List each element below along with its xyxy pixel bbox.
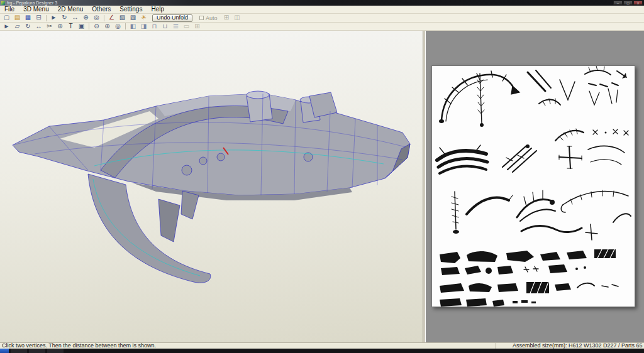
print-icon[interactable]: ⊟ (33, 14, 44, 22)
menu-item-settings[interactable]: Settings (115, 6, 147, 13)
toolbar-2d: ►▱↻↔✂⊕T▣⊖⊕◎◧◨⊓⊔☰▭⊞ (0, 23, 644, 31)
close-button[interactable]: ✕ (633, 1, 643, 5)
save-icon[interactable]: ▦ (23, 14, 33, 22)
window-title: frg - Pepakura Designer 3 (7, 0, 57, 6)
join-icon[interactable]: ⊕ (55, 23, 65, 31)
move-piece-icon[interactable]: ↔ (33, 23, 44, 31)
align-top-icon[interactable]: ⊓ (149, 23, 160, 31)
menu-item-others[interactable]: Others (87, 6, 115, 13)
fit-page-icon[interactable]: ◎ (113, 23, 123, 31)
zoom-out-2d-icon[interactable]: ⊖ (91, 23, 102, 31)
os-taskbar-edge (0, 349, 644, 353)
menu-item-3d-menu[interactable]: 3D Menu (19, 6, 53, 13)
zoom-in-icon[interactable]: ⊕ (80, 14, 91, 22)
zoom-fit-icon[interactable]: ◎ (91, 14, 102, 22)
grid-icon[interactable]: ⊞ (192, 23, 203, 31)
new-file-icon[interactable]: ▢ (1, 14, 12, 22)
assembled-size-info: Assembled size(mm): H612 W1302 D227 / Pa… (496, 343, 644, 349)
status-message: Click two vertices. Then the distance be… (0, 343, 496, 349)
toolbar-main: ▢▤▦⊟►↻↔⊕◎∠▧▨☀ Undo Unfold Auto ⊞◫ (0, 14, 644, 23)
main-area (0, 31, 644, 342)
light-icon[interactable]: ☀ (138, 14, 149, 22)
statusbar: Click two vertices. Then the distance be… (0, 342, 644, 349)
measure-icon[interactable]: ∠ (106, 14, 117, 22)
select-piece-icon[interactable]: ► (1, 23, 12, 31)
toolbar-2d-icons: ►▱↻↔✂⊕T▣⊖⊕◎◧◨⊓⊔☰▭⊞ (1, 23, 203, 31)
edit-flap-icon[interactable]: ▱ (12, 23, 23, 31)
open-file-icon[interactable]: ▤ (12, 14, 23, 22)
align-bottom-icon[interactable]: ⊔ (160, 23, 170, 31)
toolbar-separator (125, 23, 126, 30)
undo-unfold-button[interactable]: Undo Unfold (152, 14, 192, 22)
text-icon[interactable]: T (65, 23, 76, 31)
select-icon[interactable]: ► (48, 14, 59, 22)
rotate-view-icon[interactable]: ↻ (59, 14, 70, 22)
toolbar-3d-icons: ▢▤▦⊟►↻↔⊕◎∠▧▨☀ (1, 14, 149, 22)
titlebar: frg - Pepakura Designer 3 ─▢✕ (0, 0, 644, 6)
start-button-edge[interactable] (0, 349, 9, 353)
auto-checkbox[interactable]: Auto (199, 15, 218, 21)
app-window: frg - Pepakura Designer 3 ─▢✕ File3D Men… (0, 0, 644, 353)
app-icon (1, 1, 5, 5)
taskbar-item[interactable] (47, 349, 64, 353)
viewport-3d[interactable] (0, 31, 423, 342)
taskbar-item[interactable] (11, 349, 27, 353)
unfold-pattern-pieces (432, 66, 636, 308)
toolbar-separator (89, 23, 89, 30)
flip-icon[interactable]: ▧ (117, 14, 128, 22)
zoom-in-2d-icon[interactable]: ⊕ (102, 23, 113, 31)
pan-view-icon[interactable]: ↔ (70, 14, 80, 22)
menu-item-file[interactable]: File (0, 6, 19, 13)
arrange-parts-icon[interactable]: ☰ (170, 23, 181, 31)
auto-unfold-icon[interactable]: ◫ (232, 14, 243, 22)
menu-item-2d-menu[interactable]: 2D Menu (53, 6, 88, 13)
unfold-icon[interactable]: ⊞ (221, 14, 232, 22)
align-left-icon[interactable]: ◧ (128, 23, 138, 31)
unfold-page[interactable] (431, 65, 635, 307)
menubar: File3D Menu2D MenuOthersSettingsHelp (0, 6, 644, 14)
minimize-button[interactable]: ─ (613, 1, 623, 5)
page-setup-icon[interactable]: ▭ (181, 23, 192, 31)
image-icon[interactable]: ▣ (76, 23, 87, 31)
toolbar-unfold-icons: ⊞◫ (221, 14, 243, 22)
toolbar-separator (104, 15, 104, 21)
3d-model-wireframe (0, 31, 423, 342)
align-right-icon[interactable]: ◨ (138, 23, 149, 31)
rotate-piece-icon[interactable]: ↻ (23, 23, 33, 31)
viewport-2d[interactable] (426, 31, 644, 342)
menu-item-help[interactable]: Help (147, 6, 169, 13)
maximize-button[interactable]: ▢ (623, 1, 633, 5)
auto-checkbox-label: Auto (206, 15, 218, 21)
taskbar-item[interactable] (29, 349, 45, 353)
checkbox-icon (199, 16, 204, 20)
toolbar-separator (46, 15, 47, 21)
texture-icon[interactable]: ▨ (128, 14, 138, 22)
window-controls: ─▢✕ (613, 1, 644, 5)
divide-icon[interactable]: ✂ (44, 23, 55, 31)
